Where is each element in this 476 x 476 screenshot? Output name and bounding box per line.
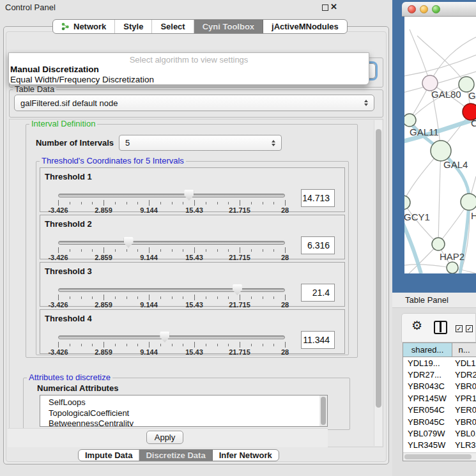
column-header-name[interactable]: n... [452, 343, 476, 357]
minimize-traffic-light-icon[interactable] [420, 5, 428, 13]
tick-mark [183, 296, 183, 299]
slider-track[interactable] [58, 335, 285, 339]
threshold-3-label: Threshold 3 [45, 266, 92, 276]
threshold-4-value[interactable]: 11.344 [301, 331, 335, 349]
cell-shared-name[interactable]: YDL19... [403, 358, 452, 368]
slider-thumb[interactable] [160, 332, 169, 342]
slider-track[interactable] [58, 194, 285, 197]
slider-track[interactable] [58, 288, 285, 292]
tab-network[interactable]: Network [53, 20, 115, 33]
numerical-attributes-list[interactable]: SelfLoopsTopologicalCoefficientBetweenne… [40, 395, 328, 427]
tab-select-label: Select [160, 22, 185, 31]
threshold-4-slider[interactable]: -3.4262.8599.14415.4321.71528 [58, 333, 285, 355]
cell-name[interactable]: YBR0... [452, 381, 476, 391]
column-header-shared-name[interactable]: shared... [403, 343, 452, 357]
table-row[interactable]: YBR043CYBR0... [403, 381, 476, 392]
tab-discretize-data[interactable]: Discretize Data [139, 450, 212, 461]
cell-name[interactable]: YDL1... [452, 358, 476, 368]
cell-shared-name[interactable]: YBR045C [403, 417, 452, 427]
tick-label: 28 [281, 301, 289, 309]
slider-thumb[interactable] [233, 284, 242, 295]
network-node[interactable] [404, 114, 416, 127]
tab-infer-network[interactable]: Infer Network [213, 450, 279, 461]
table-row[interactable]: YBL079WYBL0... [403, 427, 476, 439]
close-icon[interactable]: ✕ [330, 2, 337, 12]
tick-label: 15.43 [185, 348, 203, 356]
table-row[interactable]: YDL19...YDL1... [403, 357, 476, 369]
cell-shared-name[interactable]: YDR27... [403, 370, 452, 380]
cell-name[interactable]: YBL0... [452, 429, 476, 438]
checkbox-icon[interactable]: ✓ [456, 325, 463, 332]
network-node[interactable] [432, 238, 445, 250]
cell-name[interactable]: YDR2... [452, 370, 476, 380]
tick-mark [285, 295, 286, 300]
scrollbar-thumb[interactable] [321, 397, 326, 425]
network-node[interactable] [431, 141, 451, 161]
table-row[interactable]: YDR27...YDR2... [403, 369, 476, 380]
tick-label: 21.715 [229, 206, 250, 214]
table-row[interactable]: YLR345WYLR3... [403, 440, 476, 451]
cell-shared-name[interactable]: YER054C [403, 405, 452, 415]
cell-shared-name[interactable]: YBL079W [403, 429, 452, 438]
tab-impute-data[interactable]: Impute Data [79, 450, 139, 461]
cell-shared-name[interactable]: YLR345W [403, 440, 452, 450]
tab-cyni-toolbox[interactable]: Cyni Toolbox [194, 20, 263, 33]
attribute-list-item[interactable]: TopologicalCoefficient [40, 408, 327, 419]
cell-name[interactable]: YLR3... [452, 440, 476, 450]
cell-shared-name[interactable]: YBR043C [403, 381, 452, 391]
network-node[interactable] [404, 196, 410, 210]
threshold-3-value[interactable]: 21.4 [301, 284, 335, 302]
threshold-2-slider[interactable]: -3.4262.8599.14415.4321.71528 [58, 238, 285, 260]
settings-vertical-scrollbar[interactable] [374, 120, 382, 446]
network-canvas[interactable]: GAL80GACGAL11GAL4GCY1HHAP2 [404, 17, 476, 273]
tick-label: 9.144 [140, 301, 158, 309]
table-panel-title: Table Panel [405, 295, 449, 305]
table-horizontal-scrollbar[interactable] [403, 452, 476, 461]
checkbox-icon[interactable]: ✓ [466, 325, 473, 332]
number-of-intervals-spinner[interactable]: 5 [119, 135, 282, 151]
threshold-3-slider[interactable]: -3.4262.8599.14415.4321.71528 [58, 286, 285, 307]
attribute-list-item[interactable]: SelfLoops [40, 397, 327, 408]
threshold-1-value[interactable]: 14.713 [301, 189, 335, 207]
tick-mark [183, 249, 183, 252]
slider-thumb[interactable] [124, 237, 134, 248]
cell-name[interactable]: YBR0... [452, 417, 476, 427]
slider-track[interactable] [58, 241, 285, 245]
cell-name[interactable]: YER0... [452, 405, 476, 415]
float-window-icon[interactable] [322, 4, 328, 11]
network-node[interactable] [447, 262, 458, 273]
tick-mark [104, 342, 104, 348]
table-row[interactable]: YPR145WYPR1... [403, 392, 476, 404]
slider-ticks [58, 342, 285, 348]
attribute-list-item[interactable]: BetweennessCentrality [40, 418, 327, 427]
split-table-icon[interactable] [434, 321, 447, 334]
threshold-2-value[interactable]: 6.316 [301, 236, 335, 254]
dropdown-option-manual[interactable]: Manual Discretization [9, 65, 369, 75]
table-row[interactable]: YBR045CYBR0... [403, 416, 476, 427]
cell-name[interactable]: YPR1... [452, 394, 476, 403]
table-row[interactable]: YER054CYER0... [403, 404, 476, 416]
tick-label: 15.43 [185, 301, 203, 309]
threshold-1-slider[interactable]: -3.4262.8599.14415.4321.71528 [58, 191, 285, 213]
network-node[interactable] [461, 194, 476, 210]
apply-button[interactable]: Apply [146, 431, 183, 444]
tick-mark [172, 296, 173, 299]
table-data-combobox[interactable]: galFiltered.sif default node [14, 95, 374, 111]
scrollbar-thumb[interactable] [376, 129, 381, 408]
tab-jactivemnodules[interactable]: jActiveMNodules [263, 20, 347, 33]
tick-mark [172, 202, 173, 204]
close-traffic-light-icon[interactable] [408, 5, 416, 13]
gear-icon[interactable]: ⚙ [411, 319, 422, 332]
tick-mark [273, 249, 274, 252]
attributes-list-scrollbar[interactable] [319, 395, 327, 426]
scrollbar-thumb[interactable] [404, 454, 472, 459]
dropdown-option-equal-width[interactable]: Equal Width/Frequency Discretization [9, 75, 369, 85]
zoom-traffic-light-icon[interactable] [432, 5, 440, 13]
tab-style[interactable]: Style [115, 20, 152, 33]
tick-mark [149, 200, 150, 206]
tick-mark [160, 202, 161, 204]
cell-shared-name[interactable]: YPR145W [403, 394, 452, 403]
tab-select[interactable]: Select [152, 20, 194, 33]
node-table[interactable]: shared... n... YDL19...YDL1...YDR27...YD… [403, 342, 476, 461]
slider-thumb[interactable] [184, 190, 194, 201]
